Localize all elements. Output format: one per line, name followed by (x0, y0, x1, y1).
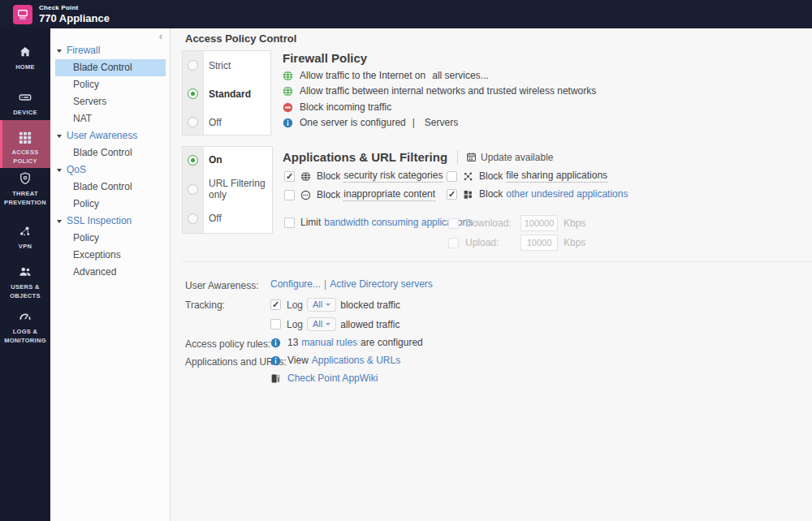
radio-url-filtering-only[interactable]: URL Filtering only (183, 173, 272, 205)
block-security-risk-checkbox[interactable] (284, 171, 295, 182)
section-divider (182, 261, 812, 262)
security-globe-icon (300, 171, 311, 182)
main-sidebar: HOME DEVICE ACCESS POLICY THREAT PREVENT… (0, 28, 50, 521)
block-inappropriate-row: Block inappropriate content (284, 188, 435, 201)
servers-link[interactable]: Servers (425, 117, 458, 128)
appwiki-book-icon (270, 373, 281, 384)
access-policy-rules-label: Access policy rules: (185, 338, 270, 350)
nav-item-firewall-nat[interactable]: NAT (55, 110, 166, 127)
triangle-down-icon (57, 135, 62, 138)
access-policy-grid-icon (0, 130, 50, 144)
upload-limit-checkbox[interactable] (448, 238, 459, 248)
all-services-link[interactable]: all services... (432, 70, 488, 81)
main-content: Access Policy Control Strict Standard Of… (171, 28, 812, 521)
radio-strict[interactable]: Strict (183, 51, 270, 80)
nav-item-user-awareness-blade-control[interactable]: Blade Control (55, 144, 166, 161)
chevron-down-icon (326, 304, 330, 306)
upload-kbps-input[interactable] (520, 235, 558, 251)
sidebar-item-vpn[interactable]: VPN (0, 224, 50, 251)
users-icon (0, 265, 50, 279)
radio-off[interactable]: Off (183, 108, 270, 136)
radio-icon[interactable] (188, 184, 198, 195)
home-icon (0, 45, 50, 59)
log-blocked-checkbox[interactable] (270, 299, 281, 310)
gauge-icon (0, 309, 50, 324)
nav-section-firewall[interactable]: Firewall (55, 42, 166, 59)
checkpoint-appwiki-link[interactable]: Check Point AppWiki (287, 372, 378, 384)
sidebar-item-logs-monitoring[interactable]: LOGS & MONITORING (0, 309, 50, 345)
sidebar-item-threat-prevention[interactable]: THREAT PREVENTION (0, 171, 50, 207)
tracking-blocked-row: Log All blocked traffic (270, 298, 400, 312)
radio-icon[interactable] (188, 213, 198, 224)
app-header: Check Point 770 Appliance (0, 0, 812, 28)
view-applications-urls-link[interactable]: Applications & URLs (312, 355, 400, 366)
radio-standard[interactable]: Standard (183, 80, 270, 108)
nav-item-ssl-advanced[interactable]: Advanced (55, 264, 166, 281)
inappropriate-content-icon (300, 190, 311, 200)
update-available-label[interactable]: Update available (481, 152, 553, 163)
radio-icon[interactable] (188, 155, 198, 166)
nav-item-firewall-policy[interactable]: Policy (55, 76, 166, 93)
appwiki-row: Check Point AppWiki (270, 372, 378, 384)
user-awareness-label: User Awareness: (185, 280, 259, 291)
app-window: Check Point 770 Appliance HOME DEVICE AC… (0, 0, 812, 521)
sidebar-item-device[interactable]: DEVICE (0, 90, 50, 117)
apps-grid-icon (463, 189, 473, 200)
nav-section-ssl-inspection[interactable]: SSL Inspection (55, 213, 166, 230)
block-file-sharing-checkbox[interactable] (447, 171, 457, 182)
triangle-down-icon (57, 50, 62, 53)
file-sharing-icon (463, 171, 473, 182)
configure-link[interactable]: Configure... (270, 278, 321, 290)
info-icon (283, 118, 293, 128)
nav-item-ssl-exceptions[interactable]: Exceptions (55, 247, 166, 264)
appliance-model: 770 Appliance (39, 12, 110, 24)
nav-item-qos-policy[interactable]: Policy (55, 196, 166, 213)
page-title: Access Policy Control (185, 32, 296, 45)
log-allowed-checkbox[interactable] (270, 319, 281, 329)
block-other-undesired-checkbox[interactable] (447, 189, 457, 200)
other-undesired-applications-link[interactable]: other undesired applications (506, 188, 628, 200)
radio-icon[interactable] (188, 88, 198, 99)
update-calendar-icon (466, 152, 477, 162)
brand-name: Check Point (39, 4, 110, 11)
download-kbps-input[interactable] (520, 215, 558, 231)
device-icon (0, 90, 50, 105)
sidebar-item-access-policy[interactable]: ACCESS POLICY (0, 120, 50, 168)
nav-section-user-awareness[interactable]: User Awareness (55, 127, 166, 144)
tracking-allowed-row: Log All allowed traffic (270, 317, 400, 331)
user-awareness-value: Configure... | Active Directory servers (270, 278, 433, 290)
active-directory-servers-link[interactable]: Active Directory servers (330, 278, 433, 290)
sidebar-item-users-objects[interactable]: USERS & OBJECTS (0, 265, 50, 300)
collapse-panel-icon[interactable]: ‹ (159, 30, 162, 42)
dotted-divider (457, 150, 458, 164)
limit-bandwidth-checkbox[interactable] (284, 217, 295, 228)
block-inappropriate-checkbox[interactable] (284, 190, 295, 200)
download-limit-checkbox[interactable] (448, 218, 459, 229)
limit-bandwidth-row: Limit bandwidth consuming applications (284, 217, 473, 228)
nav-item-firewall-servers[interactable]: Servers (55, 93, 166, 110)
nav-section-qos[interactable]: QoS (55, 161, 166, 179)
radio-icon[interactable] (188, 60, 198, 71)
nav-item-qos-blade-control[interactable]: Blade Control (55, 179, 166, 196)
block-other-undesired-row: Block other undesired applications (447, 188, 628, 200)
manual-rules-link[interactable]: manual rules (301, 337, 357, 348)
brand: Check Point 770 Appliance (39, 4, 110, 24)
radio-apps-off[interactable]: Off (183, 205, 272, 231)
triangle-down-icon (57, 169, 62, 172)
vpn-network-icon (0, 224, 50, 239)
checkpoint-logo-icon (13, 5, 32, 24)
policy-bullet: Allow traffic to the Internet on all ser… (283, 70, 489, 81)
radio-icon[interactable] (188, 117, 198, 127)
log-scope-dropdown[interactable]: All (307, 298, 336, 312)
nav-item-ssl-policy[interactable]: Policy (55, 230, 166, 247)
info-icon (270, 355, 281, 366)
log-scope-dropdown[interactable]: All (307, 317, 336, 331)
threat-prevention-shield-icon (0, 171, 50, 186)
block-icon (283, 102, 293, 113)
policy-bullet: One server is configured | Servers (283, 117, 458, 128)
nav-item-firewall-blade-control[interactable]: Blade Control (55, 59, 166, 76)
apps-mode-radiogroup: On URL Filtering only Off (182, 146, 273, 234)
sidebar-item-home[interactable]: HOME (0, 45, 50, 71)
block-security-risk-row: Block security risk categories (284, 170, 443, 183)
radio-on[interactable]: On (183, 147, 272, 173)
